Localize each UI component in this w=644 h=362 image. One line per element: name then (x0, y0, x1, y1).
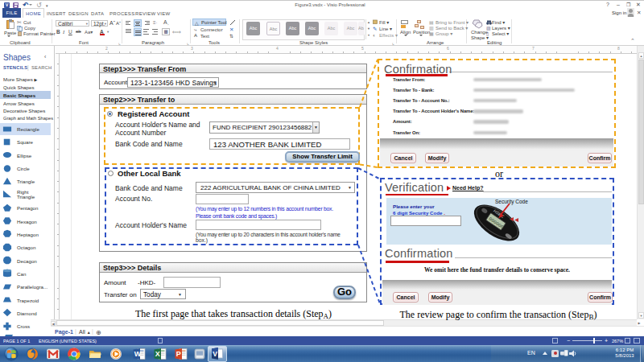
svg-text:P: P (176, 350, 181, 358)
svg-text:X: X (155, 350, 160, 358)
svg-text:V: V (213, 350, 217, 358)
svg-text:W: W (134, 350, 142, 358)
